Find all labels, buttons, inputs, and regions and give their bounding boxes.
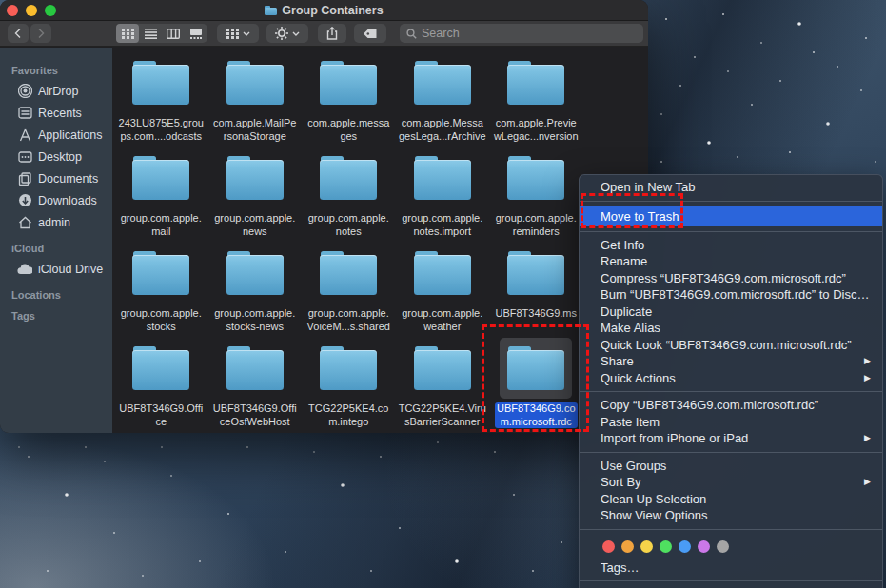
folder-item[interactable]: com.apple.Previe wLegac...nversion <box>489 49 583 145</box>
folder-icon <box>132 346 189 390</box>
folder-label: TCG22P5KE4.co m.intego <box>306 402 390 428</box>
folder-item[interactable]: group.com.apple. VoiceM...s.shared <box>302 240 396 335</box>
folder-item[interactable]: group.com.apple. stocks <box>114 240 208 335</box>
folder-icon <box>414 346 471 390</box>
folder-item[interactable]: group.com.apple. mail <box>114 145 208 240</box>
folder-item[interactable]: group.com.apple. notes <box>302 145 396 240</box>
search-input[interactable]: Search <box>400 24 643 43</box>
gallery-view-icon <box>189 29 203 39</box>
folder-label: group.com.apple. reminders <box>494 212 579 238</box>
sidebar: Favorites AirDrop Recents Applications <box>0 48 112 433</box>
menu-item-get-info[interactable]: Get Info <box>580 237 882 254</box>
sidebar-item-downloads[interactable]: Downloads <box>10 189 112 211</box>
folder-label: 243LU875E5.grou ps.com....odcasts <box>117 117 206 143</box>
tag-orange[interactable] <box>621 540 634 553</box>
toolbar: Search <box>0 21 648 47</box>
menu-item-tags[interactable]: Tags… <box>580 559 882 577</box>
folder-icon <box>132 156 189 200</box>
folder-item[interactable]: TCG22P5KE4.co m.intego <box>302 335 396 430</box>
action-menu-button[interactable] <box>266 24 308 43</box>
sidebar-item-desktop[interactable]: Desktop <box>10 146 112 167</box>
folder-label: group.com.apple. notes <box>306 212 391 238</box>
menu-item-import-from-iphone[interactable]: Import from iPhone or iPad▶ <box>580 430 882 447</box>
tag-yellow[interactable] <box>640 540 653 553</box>
folder-item[interactable]: com.apple.Messa gesLega...rArchive <box>396 49 490 145</box>
tag-green[interactable] <box>660 540 672 553</box>
title-bar[interactable]: Group Containers <box>0 0 648 21</box>
menu-item-paste-item[interactable]: Paste Item <box>580 414 882 431</box>
tag-button[interactable] <box>354 24 386 43</box>
menu-separator <box>580 231 882 232</box>
share-icon <box>326 27 338 40</box>
applications-icon <box>17 127 32 143</box>
sidebar-item-admin[interactable]: admin <box>10 211 112 233</box>
menu-item-clean-up-selection[interactable]: Clean Up Selection <box>580 491 882 508</box>
folder-label: com.apple.MailPe rsonaStorage <box>211 117 298 143</box>
gear-icon <box>275 27 288 40</box>
share-button[interactable] <box>318 24 346 43</box>
group-by-button[interactable] <box>217 24 259 43</box>
tag-blue[interactable] <box>679 540 691 553</box>
folder-icon <box>507 61 564 105</box>
view-columns-button[interactable] <box>162 24 185 43</box>
menu-separator <box>580 452 882 453</box>
sidebar-item-label: Recents <box>38 107 82 120</box>
folder-item[interactable]: TCG22P5KE4.Viru sBarrierScanner <box>396 335 490 430</box>
tag-purple[interactable] <box>698 540 710 553</box>
sidebar-item-recents[interactable]: Recents <box>10 102 112 124</box>
folder-item[interactable]: group.com.apple. notes.import <box>396 145 490 240</box>
view-gallery-button[interactable] <box>185 24 207 43</box>
sidebar-item-label: Desktop <box>38 150 82 164</box>
folder-icon <box>507 156 564 200</box>
sidebar-item-applications[interactable]: Applications <box>10 124 112 146</box>
folder-icon <box>320 156 377 200</box>
folder-item[interactable]: UBF8T346G9.ms <box>489 240 583 335</box>
folder-item[interactable]: 243LU875E5.grou ps.com....odcasts <box>114 49 208 145</box>
sidebar-header-tags: Tags <box>11 310 112 322</box>
menu-item-rename[interactable]: Rename <box>580 253 882 270</box>
menu-item-burn[interactable]: Burn “UBF8T346G9.com.microsoft.rdc” to D… <box>580 286 882 304</box>
sidebar-item-label: Documents <box>38 172 98 186</box>
home-icon <box>17 215 32 230</box>
sidebar-item-airdrop[interactable]: AirDrop <box>10 80 112 102</box>
folder-label: TCG22P5KE4.Viru sBarrierScanner <box>397 402 488 428</box>
menu-item-use-groups[interactable]: Use Groups <box>580 458 882 475</box>
submenu-arrow-icon: ▶ <box>864 430 871 447</box>
menu-item-duplicate[interactable]: Duplicate <box>580 304 882 321</box>
folder-label: group.com.apple. stocks-news <box>212 307 297 333</box>
menu-item-share[interactable]: Share▶ <box>580 353 882 370</box>
back-button[interactable] <box>8 24 29 43</box>
menu-item-compress[interactable]: Compress “UBF8T346G9.com.microsoft.rdc” <box>580 270 882 287</box>
menu-item-copy[interactable]: Copy “UBF8T346G9.com.microsoft.rdc” <box>580 397 882 414</box>
folder-item[interactable]: UBF8T346G9.Offi ceOsfWebHost <box>208 335 303 430</box>
tag-gray[interactable] <box>717 540 729 553</box>
folder-item[interactable]: group.com.apple. reminders <box>489 145 583 240</box>
folder-icon <box>320 251 377 295</box>
sidebar-item-documents[interactable]: Documents <box>10 167 112 189</box>
folder-item[interactable]: group.com.apple. stocks-news <box>208 240 303 335</box>
sidebar-item-icloud-drive[interactable]: iCloud Drive <box>10 258 112 280</box>
menu-item-sort-by[interactable]: Sort By▶ <box>580 474 882 491</box>
downloads-icon <box>17 193 32 208</box>
folder-item[interactable]: group.com.apple. news <box>208 145 303 240</box>
folder-label: com.apple.Messa gesLega...rArchive <box>397 117 488 143</box>
menu-item-quick-look[interactable]: Quick Look “UBF8T346G9.com.microsoft.rdc… <box>580 337 882 354</box>
folder-item[interactable]: com.apple.messa ges <box>302 49 396 145</box>
view-icons-button[interactable] <box>116 24 139 43</box>
menu-item-make-alias[interactable]: Make Alias <box>580 320 882 337</box>
folder-label: group.com.apple. weather <box>400 307 484 333</box>
context-menu: Open in New Tab Move to Trash Get Info R… <box>579 174 883 588</box>
folder-item[interactable]: UBF8T346G9.Offi ce <box>114 335 208 430</box>
tag-red[interactable] <box>602 540 615 553</box>
folder-item[interactable]: com.apple.MailPe rsonaStorage <box>208 49 303 145</box>
forward-button[interactable] <box>30 24 51 43</box>
menu-item-show-view-options[interactable]: Show View Options <box>580 507 882 524</box>
view-list-button[interactable] <box>139 24 162 43</box>
chevron-left-icon <box>13 28 23 39</box>
icloud-icon <box>17 262 32 277</box>
menu-item-quick-actions[interactable]: Quick Actions▶ <box>580 370 882 387</box>
title-folder-icon <box>265 6 277 15</box>
documents-icon <box>17 171 32 186</box>
folder-item[interactable]: group.com.apple. weather <box>396 240 490 335</box>
tag-icon <box>363 29 378 39</box>
